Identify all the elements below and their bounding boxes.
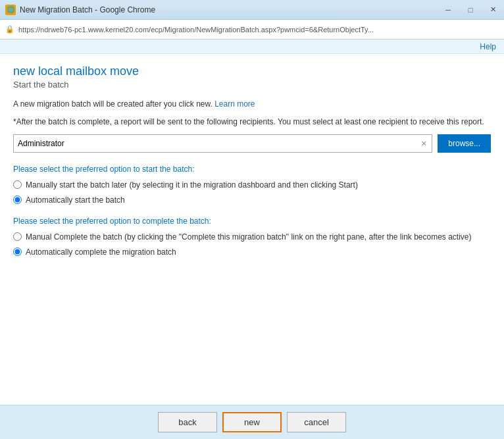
lock-icon: 🔒 [5, 25, 14, 34]
back-button[interactable]: back [158, 412, 217, 432]
auto-start-radio[interactable] [13, 195, 22, 204]
dialog-subtitle: Start the batch [13, 80, 491, 90]
new-button[interactable]: new [222, 412, 282, 432]
help-bar: Help [0, 39, 504, 54]
auto-start-label[interactable]: Automatically start the batch [26, 194, 125, 206]
address-bar: 🔒 https://ndrweb76-pc1.www.kernel20.com/… [0, 20, 504, 39]
asterisk-text: *After the batch is complete, a report w… [13, 116, 491, 128]
manual-start-label[interactable]: Manually start the batch later (by selec… [26, 179, 358, 191]
title-bar: 🌐 New Migration Batch - Google Chrome ─ … [0, 0, 504, 20]
dialog-footer: back new cancel [0, 405, 504, 439]
recipient-clear-button[interactable]: × [420, 139, 428, 148]
manual-complete-label[interactable]: Manual Complete the batch (by clicking t… [26, 231, 472, 243]
window-title: New Migration Batch - Google Chrome [20, 5, 155, 14]
complete-batch-section: Please select the preferred option to co… [13, 217, 491, 258]
browse-button[interactable]: browse... [438, 134, 491, 153]
dialog-title: new local mailbox move [13, 65, 491, 78]
manual-start-option: Manually start the batch later (by selec… [13, 179, 491, 191]
close-button[interactable]: ✕ [482, 0, 504, 20]
cancel-button[interactable]: cancel [287, 412, 346, 432]
auto-complete-option: Automatically complete the migration bat… [13, 246, 491, 258]
recipient-input[interactable] [18, 139, 420, 148]
recipient-input-wrapper: × [13, 134, 432, 153]
browser-icon: 🌐 [5, 5, 16, 15]
learn-more-link[interactable]: Learn more [214, 99, 255, 109]
main-content: Help new local mailbox move Start the ba… [0, 39, 504, 439]
manual-start-radio[interactable] [13, 180, 22, 189]
info-text: A new migration batch will be created af… [13, 99, 491, 110]
window-controls: ─ □ ✕ [437, 0, 504, 20]
section1-label: Please select the preferred option to st… [13, 165, 491, 174]
maximize-button[interactable]: □ [459, 0, 482, 20]
start-batch-section: Please select the preferred option to st… [13, 165, 491, 206]
dialog-body: new local mailbox move Start the batch A… [0, 54, 504, 405]
title-bar-left: 🌐 New Migration Batch - Google Chrome [5, 5, 155, 15]
manual-complete-radio[interactable] [13, 232, 22, 241]
recipient-row: × browse... [13, 134, 491, 153]
manual-complete-option: Manual Complete the batch (by clicking t… [13, 231, 491, 243]
help-link[interactable]: Help [480, 42, 496, 51]
auto-start-option: Automatically start the batch [13, 194, 491, 206]
address-url: https://ndrweb76-pc1.www.kernel20.com/ec… [18, 26, 499, 34]
minimize-button[interactable]: ─ [437, 0, 459, 20]
auto-complete-label[interactable]: Automatically complete the migration bat… [26, 246, 176, 258]
section2-label: Please select the preferred option to co… [13, 217, 491, 226]
auto-complete-radio[interactable] [13, 247, 22, 256]
